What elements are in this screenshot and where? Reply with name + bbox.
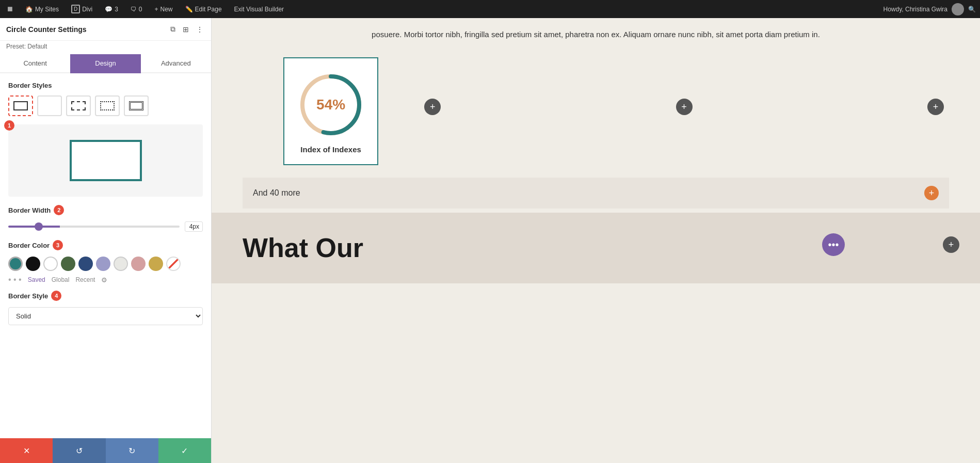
add-buttons-area: +: [419, 57, 596, 115]
border-style-solid-btn[interactable]: [8, 95, 33, 116]
color-swatch-navy[interactable]: [78, 257, 93, 271]
border-preview-area: [8, 124, 203, 197]
add-element-btn-2[interactable]: +: [676, 99, 693, 115]
admin-edit-page[interactable]: ✏️ Edit Page: [182, 0, 225, 18]
preset-label[interactable]: Preset: Default: [6, 43, 47, 50]
avatar: [952, 3, 964, 15]
sidebar-title: Circle Counter Settings: [6, 25, 165, 34]
divi-icon: D: [71, 5, 80, 13]
groove-preview: [129, 101, 143, 110]
save-button[interactable]: ✓: [158, 438, 211, 463]
comment-count-icon: 🗨: [131, 6, 137, 13]
step1-badge: 1: [4, 120, 14, 131]
comment-icon: 💬: [105, 6, 113, 13]
add-buttons-area-3: +: [773, 57, 949, 115]
color-tab-saved[interactable]: Saved: [28, 276, 45, 283]
save-icon: ✓: [181, 446, 188, 456]
border-width-value: 4px: [185, 221, 203, 232]
and-more-section: And 40 more +: [243, 178, 949, 209]
border-style-label: Border Style 4: [8, 291, 203, 301]
color-swatch-lavender[interactable]: [96, 257, 110, 271]
color-swatch-white[interactable]: [43, 257, 58, 271]
counters-row: 54% Index of Indexes + + +: [212, 49, 980, 173]
border-width-slider-row: 4px: [8, 221, 203, 232]
columns-icon-button[interactable]: ⊞: [181, 24, 190, 35]
admin-bar-right: Howdy, Christina Gwira 🔍: [883, 3, 976, 15]
tab-design[interactable]: Design: [70, 54, 140, 73]
add-element-btn-1[interactable]: +: [424, 99, 441, 115]
more-options-button[interactable]: ⋮: [195, 24, 205, 35]
and-more-text: And 40 more: [253, 188, 300, 198]
tab-advanced[interactable]: Advanced: [141, 54, 211, 73]
window-icon-button[interactable]: ⧉: [169, 23, 177, 35]
border-style-groove-btn[interactable]: [124, 95, 149, 116]
border-style-dotted-btn[interactable]: [95, 95, 120, 116]
border-style-dropdown-row: Solid Dashed Dotted Double Groove: [8, 307, 203, 325]
gear-icon[interactable]: ⚙: [101, 276, 107, 284]
color-swatch-none[interactable]: [166, 257, 181, 271]
admin-comment-count[interactable]: 🗨 0: [127, 0, 146, 18]
what-our-add-btn[interactable]: +: [943, 236, 959, 253]
undo-button[interactable]: ↺: [53, 438, 105, 463]
page-content: posuere. Morbi tortor nibh, fringilla se…: [212, 18, 980, 463]
color-tab-recent[interactable]: Recent: [75, 276, 95, 283]
admin-wp-icon[interactable]: ■: [4, 0, 16, 18]
settings-sidebar: Circle Counter Settings ⧉ ⊞ ⋮ Preset: De…: [0, 18, 212, 463]
cancel-icon: ✕: [23, 446, 30, 456]
border-style-none-btn[interactable]: [37, 95, 62, 116]
admin-new[interactable]: + New: [152, 0, 176, 18]
and-more-plus-btn[interactable]: +: [924, 186, 939, 200]
howdy-text: Howdy, Christina Gwira: [883, 6, 947, 13]
bottom-bar: ✕ ↺ ↻ ✓: [0, 438, 211, 463]
redo-icon: ↻: [128, 446, 135, 456]
wp-icon: ■: [7, 4, 13, 14]
admin-my-sites[interactable]: 🏠 My Sites: [22, 0, 62, 18]
circle-counter-box: 54% Index of Indexes: [283, 57, 378, 165]
add-buttons-area-2: +: [596, 57, 773, 115]
color-swatch-gold[interactable]: [149, 257, 163, 271]
border-preview-rect: [70, 140, 142, 181]
border-style-dashed-btn[interactable]: [66, 95, 91, 116]
admin-divi[interactable]: D Divi: [68, 0, 95, 18]
solid-preview: [13, 101, 28, 110]
dashed-preview: [71, 101, 86, 110]
add-element-btn-3[interactable]: +: [927, 99, 944, 115]
color-swatch-black[interactable]: [26, 257, 40, 271]
text-section: posuere. Morbi tortor nibh, fringilla se…: [212, 18, 980, 49]
dots-more[interactable]: • • •: [8, 275, 22, 284]
border-width-slider[interactable]: [8, 226, 180, 228]
color-swatch-pink[interactable]: [131, 257, 146, 271]
new-icon: +: [155, 6, 158, 13]
content-body: posuere. Morbi tortor nibh, fringilla se…: [212, 18, 980, 283]
circle-percent: 54%: [316, 97, 345, 113]
search-icon[interactable]: 🔍: [968, 6, 976, 13]
cancel-button[interactable]: ✕: [0, 438, 53, 463]
step3-badge: 3: [53, 240, 63, 250]
sidebar-content: Border Styles: [0, 73, 211, 438]
tab-content[interactable]: Content: [0, 54, 70, 73]
color-swatch-dark-green[interactable]: [61, 257, 75, 271]
counter-item-1: 54% Index of Indexes: [243, 57, 419, 165]
redo-button[interactable]: ↻: [106, 438, 158, 463]
color-tab-global[interactable]: Global: [52, 276, 70, 283]
border-style-select[interactable]: Solid Dashed Dotted Double Groove: [8, 307, 203, 325]
color-swatch-teal[interactable]: [8, 257, 23, 271]
pencil-icon: ✏️: [185, 6, 193, 13]
color-tabs-row: • • • Saved Global Recent ⚙: [8, 275, 203, 284]
purple-dots-btn[interactable]: •••: [822, 233, 845, 256]
border-width-label: Border Width 2: [8, 205, 203, 215]
step1-section: 1: [8, 124, 203, 197]
counter-label: Index of Indexes: [300, 145, 361, 154]
what-our-section: What Our ••• +: [212, 213, 980, 283]
circle-wrapper: 54%: [295, 69, 367, 141]
border-styles-label: Border Styles: [8, 82, 203, 89]
admin-comments[interactable]: 💬 3: [102, 0, 121, 18]
none-preview: [42, 101, 57, 110]
step2-badge: 2: [54, 205, 64, 215]
sidebar-header: Circle Counter Settings ⧉ ⊞ ⋮: [0, 18, 211, 41]
color-swatch-light[interactable]: [114, 257, 128, 271]
dotted-preview: [100, 101, 115, 110]
what-our-buttons: ••• +: [822, 233, 959, 256]
admin-exit-builder[interactable]: Exit Visual Builder: [231, 0, 287, 18]
step4-badge: 4: [51, 291, 61, 301]
